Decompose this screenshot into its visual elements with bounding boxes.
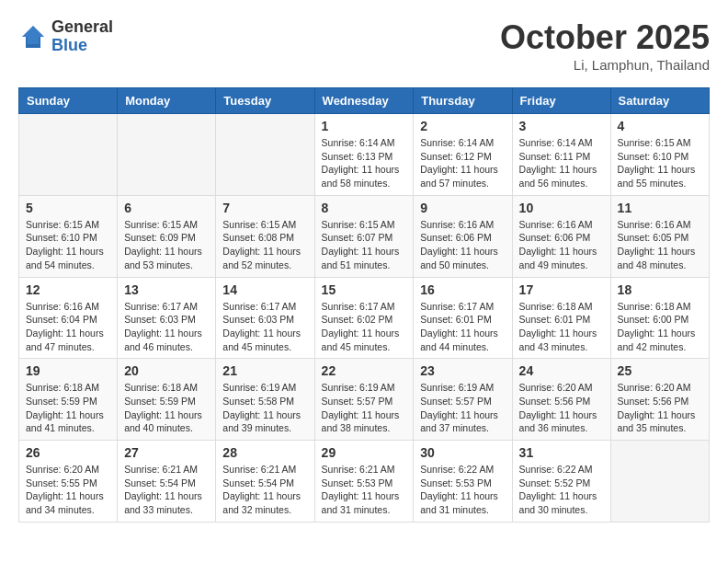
calendar-cell [216,114,314,196]
calendar-cell: 22Sunrise: 6:19 AM Sunset: 5:57 PM Dayli… [314,359,414,441]
day-number: 21 [222,363,307,378]
day-info: Sunrise: 6:18 AM Sunset: 6:01 PM Dayligh… [519,300,604,354]
calendar-cell [19,114,118,196]
day-info: Sunrise: 6:16 AM Sunset: 6:06 PM Dayligh… [519,218,604,272]
day-info: Sunrise: 6:21 AM Sunset: 5:54 PM Dayligh… [222,463,307,517]
weekday-header-tuesday: Tuesday [216,88,314,114]
day-info: Sunrise: 6:17 AM Sunset: 6:02 PM Dayligh… [322,300,407,354]
day-info: Sunrise: 6:15 AM Sunset: 6:07 PM Dayligh… [322,218,407,272]
day-info: Sunrise: 6:19 AM Sunset: 5:57 PM Dayligh… [420,381,505,435]
calendar-cell: 14Sunrise: 6:17 AM Sunset: 6:03 PM Dayli… [216,277,314,359]
day-number: 9 [420,201,505,215]
weekday-header-sunday: Sunday [19,88,118,114]
weekday-header-row: SundayMondayTuesdayWednesdayThursdayFrid… [19,88,710,114]
calendar-cell: 18Sunrise: 6:18 AM Sunset: 6:00 PM Dayli… [610,277,709,359]
day-number: 23 [420,363,505,378]
day-info: Sunrise: 6:16 AM Sunset: 6:06 PM Dayligh… [420,218,505,272]
day-number: 28 [222,445,307,460]
day-number: 11 [618,201,702,215]
calendar-cell: 1Sunrise: 6:14 AM Sunset: 6:13 PM Daylig… [314,114,414,196]
day-info: Sunrise: 6:17 AM Sunset: 6:01 PM Dayligh… [420,300,505,354]
day-number: 3 [519,119,604,133]
month-title: October 2025 [500,18,710,57]
calendar-cell: 13Sunrise: 6:17 AM Sunset: 6:03 PM Dayli… [118,277,216,359]
day-number: 4 [618,119,702,133]
day-info: Sunrise: 6:22 AM Sunset: 5:52 PM Dayligh… [519,463,604,517]
calendar-cell: 16Sunrise: 6:17 AM Sunset: 6:01 PM Dayli… [414,277,512,359]
day-number: 13 [124,282,209,297]
weekday-header-thursday: Thursday [414,88,512,114]
day-info: Sunrise: 6:21 AM Sunset: 5:53 PM Dayligh… [322,463,407,517]
calendar-cell: 20Sunrise: 6:18 AM Sunset: 5:59 PM Dayli… [118,359,216,441]
day-info: Sunrise: 6:20 AM Sunset: 5:56 PM Dayligh… [618,381,702,435]
day-info: Sunrise: 6:18 AM Sunset: 5:59 PM Dayligh… [26,381,110,435]
calendar-cell: 25Sunrise: 6:20 AM Sunset: 5:56 PM Dayli… [610,359,709,441]
week-row-1: 1Sunrise: 6:14 AM Sunset: 6:13 PM Daylig… [19,114,710,196]
week-row-5: 26Sunrise: 6:20 AM Sunset: 5:55 PM Dayli… [19,441,710,523]
calendar-cell: 11Sunrise: 6:16 AM Sunset: 6:05 PM Dayli… [610,195,709,277]
day-number: 22 [322,363,407,378]
weekday-header-monday: Monday [118,88,216,114]
day-info: Sunrise: 6:17 AM Sunset: 6:03 PM Dayligh… [222,300,307,354]
weekday-header-saturday: Saturday [610,88,709,114]
day-number: 25 [618,363,702,378]
logo-icon [18,22,48,52]
day-info: Sunrise: 6:15 AM Sunset: 6:08 PM Dayligh… [222,218,307,272]
week-row-4: 19Sunrise: 6:18 AM Sunset: 5:59 PM Dayli… [19,359,710,441]
calendar-cell: 9Sunrise: 6:16 AM Sunset: 6:06 PM Daylig… [414,195,512,277]
calendar-cell: 27Sunrise: 6:21 AM Sunset: 5:54 PM Dayli… [118,441,216,523]
calendar-cell: 10Sunrise: 6:16 AM Sunset: 6:06 PM Dayli… [512,195,610,277]
calendar-cell: 29Sunrise: 6:21 AM Sunset: 5:53 PM Dayli… [314,441,414,523]
week-row-3: 12Sunrise: 6:16 AM Sunset: 6:04 PM Dayli… [19,277,710,359]
day-info: Sunrise: 6:18 AM Sunset: 6:00 PM Dayligh… [618,300,702,354]
day-number: 30 [420,445,505,460]
calendar-cell [118,114,216,196]
week-row-2: 5Sunrise: 6:15 AM Sunset: 6:10 PM Daylig… [19,195,710,277]
day-info: Sunrise: 6:20 AM Sunset: 5:56 PM Dayligh… [519,381,604,435]
day-info: Sunrise: 6:14 AM Sunset: 6:13 PM Dayligh… [322,136,407,190]
day-info: Sunrise: 6:17 AM Sunset: 6:03 PM Dayligh… [124,300,209,354]
day-number: 27 [124,445,209,460]
page-header: General Blue October 2025 Li, Lamphun, T… [18,18,710,73]
day-info: Sunrise: 6:19 AM Sunset: 5:57 PM Dayligh… [322,381,407,435]
day-info: Sunrise: 6:18 AM Sunset: 5:59 PM Dayligh… [124,381,209,435]
day-info: Sunrise: 6:19 AM Sunset: 5:58 PM Dayligh… [222,381,307,435]
calendar-cell: 24Sunrise: 6:20 AM Sunset: 5:56 PM Dayli… [512,359,610,441]
calendar-cell: 5Sunrise: 6:15 AM Sunset: 6:10 PM Daylig… [19,195,118,277]
calendar-cell: 17Sunrise: 6:18 AM Sunset: 6:01 PM Dayli… [512,277,610,359]
day-number: 8 [322,201,407,215]
day-info: Sunrise: 6:14 AM Sunset: 6:12 PM Dayligh… [420,136,505,190]
calendar-cell: 2Sunrise: 6:14 AM Sunset: 6:12 PM Daylig… [414,114,512,196]
location: Li, Lamphun, Thailand [500,57,710,73]
day-info: Sunrise: 6:15 AM Sunset: 6:09 PM Dayligh… [124,218,209,272]
day-number: 26 [26,445,110,460]
day-number: 18 [618,282,702,297]
calendar-cell: 12Sunrise: 6:16 AM Sunset: 6:04 PM Dayli… [19,277,118,359]
day-number: 19 [26,363,110,378]
calendar-cell: 26Sunrise: 6:20 AM Sunset: 5:55 PM Dayli… [19,441,118,523]
calendar-cell: 3Sunrise: 6:14 AM Sunset: 6:11 PM Daylig… [512,114,610,196]
day-number: 7 [222,201,307,215]
day-number: 10 [519,201,604,215]
day-number: 15 [322,282,407,297]
calendar-cell: 31Sunrise: 6:22 AM Sunset: 5:52 PM Dayli… [512,441,610,523]
day-number: 2 [420,119,505,133]
day-number: 1 [322,119,407,133]
day-number: 5 [26,201,110,215]
day-number: 31 [519,445,604,460]
calendar-cell: 8Sunrise: 6:15 AM Sunset: 6:07 PM Daylig… [314,195,414,277]
day-info: Sunrise: 6:14 AM Sunset: 6:11 PM Dayligh… [519,136,604,190]
day-number: 20 [124,363,209,378]
day-number: 24 [519,363,604,378]
day-number: 12 [26,282,110,297]
day-number: 14 [222,282,307,297]
day-number: 29 [322,445,407,460]
calendar-cell: 4Sunrise: 6:15 AM Sunset: 6:10 PM Daylig… [610,114,709,196]
calendar-cell: 28Sunrise: 6:21 AM Sunset: 5:54 PM Dayli… [216,441,314,523]
day-number: 16 [420,282,505,297]
day-number: 6 [124,201,209,215]
calendar-cell: 21Sunrise: 6:19 AM Sunset: 5:58 PM Dayli… [216,359,314,441]
day-info: Sunrise: 6:15 AM Sunset: 6:10 PM Dayligh… [618,136,702,190]
calendar-cell: 30Sunrise: 6:22 AM Sunset: 5:53 PM Dayli… [414,441,512,523]
calendar-cell: 15Sunrise: 6:17 AM Sunset: 6:02 PM Dayli… [314,277,414,359]
